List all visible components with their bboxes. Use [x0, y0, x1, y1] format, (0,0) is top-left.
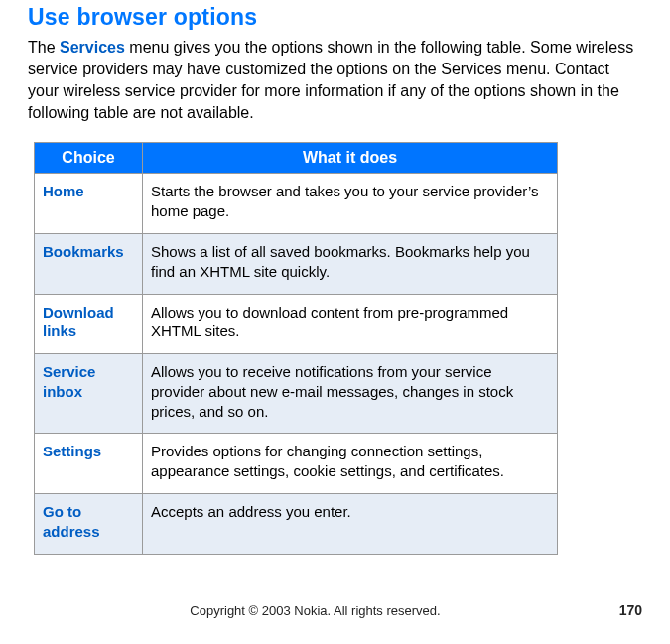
page-number: 170 — [603, 602, 642, 618]
table-row: Bookmarks Shows a list of all saved book… — [35, 233, 558, 294]
table-row: Settings Provides options for changing c… — [35, 434, 558, 494]
choice-cell: Settings — [35, 434, 143, 494]
options-table: Choice What it does Home Starts the brow… — [34, 142, 558, 554]
desc-cell: Shows a list of all saved bookmarks. Boo… — [143, 233, 558, 294]
choice-cell: Service inbox — [35, 354, 143, 434]
desc-cell: Starts the browser and takes you to your… — [143, 174, 558, 234]
desc-cell: Accepts an address you enter. — [143, 494, 558, 555]
table-header-row: Choice What it does — [35, 143, 558, 174]
desc-cell: Provides options for changing connection… — [143, 434, 558, 494]
page-content: Use browser options The Services menu gi… — [0, 4, 670, 555]
intro-keyword: Services — [60, 39, 125, 56]
intro-pre: The — [28, 39, 60, 56]
choice-cell: Home — [35, 174, 143, 234]
section-title: Use browser options — [28, 4, 642, 31]
desc-cell: Allows you to download content from pre-… — [143, 294, 558, 354]
col-header-choice: Choice — [35, 143, 143, 174]
col-header-desc: What it does — [143, 143, 558, 174]
intro-paragraph: The Services menu gives you the options … — [28, 37, 642, 124]
table-row: Go to address Accepts an address you ent… — [35, 494, 558, 555]
table-row: Download links Allows you to download co… — [35, 294, 558, 354]
choice-cell: Go to address — [35, 494, 143, 555]
copyright-text: Copyright © 2003 Nokia. All rights reser… — [28, 603, 603, 618]
choice-cell: Download links — [35, 294, 143, 354]
table-row: Service inbox Allows you to receive noti… — [35, 354, 558, 434]
desc-cell: Allows you to receive notifications from… — [143, 354, 558, 434]
table-row: Home Starts the browser and takes you to… — [35, 174, 558, 234]
page-footer: Copyright © 2003 Nokia. All rights reser… — [0, 602, 670, 636]
choice-cell: Bookmarks — [35, 233, 143, 294]
